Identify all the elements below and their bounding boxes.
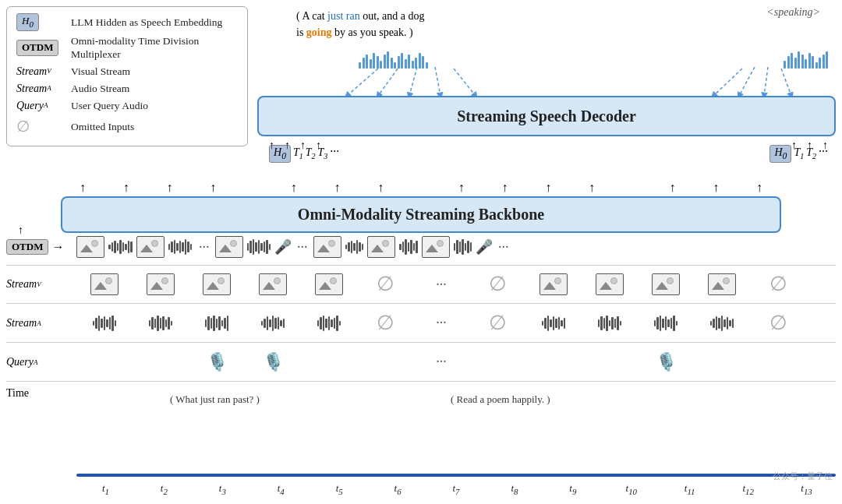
- sv-t2: [133, 273, 189, 295]
- otdm-audio-6: [454, 236, 472, 258]
- top-section: ( A cat just ran out, and a dog is going…: [257, 6, 836, 178]
- dots-left: ···: [330, 145, 339, 159]
- svg-line-2: [409, 67, 417, 96]
- sa-audio-1: [93, 312, 117, 334]
- svg-line-3: [435, 67, 440, 96]
- otdm-row: OTDM → ··· 🎤 ···: [6, 232, 836, 262]
- time-t1: t1: [76, 482, 135, 496]
- sa-t2: [133, 312, 189, 334]
- legend-label-otdm: Omni-modality Time Division Multiplexer: [71, 34, 238, 62]
- time-t4: t4: [252, 482, 310, 496]
- sv-omit-1: ∅: [377, 274, 394, 294]
- query-a-row: QueryA 🎙️ 🎙️ ···: [6, 343, 836, 382]
- otdm-dots-1: ···: [199, 239, 210, 256]
- qa-mic-1: 🎙️: [207, 352, 228, 372]
- otdm-badge-legend: OTDM: [16, 40, 58, 56]
- time-text-read: ( Read a poem happily. ): [451, 393, 550, 406]
- speaking-text: <speaking>: [766, 6, 820, 19]
- sa-t9: [525, 312, 582, 334]
- otdm-dots-3: ···: [498, 239, 509, 256]
- otdm-dots-2: ···: [297, 239, 308, 256]
- sv-t8: ∅: [469, 274, 525, 294]
- legend-label-querya: User Query Audio: [71, 99, 238, 113]
- sv-img-3: [203, 273, 231, 295]
- stream-a-row: StreamA: [6, 304, 836, 343]
- time-t5: t5: [310, 482, 369, 496]
- stream-v-cells: ∅ ··· ∅ ∅: [76, 273, 836, 295]
- sa-t5: [301, 312, 357, 334]
- blue-word1: just ran: [327, 10, 360, 22]
- qa-mic-2: 🎙️: [263, 352, 284, 372]
- time-t13: t13: [777, 482, 836, 496]
- time-t8: t8: [485, 482, 543, 496]
- qa-t4: 🎙️: [245, 352, 301, 372]
- sv-img-6: [540, 273, 568, 295]
- stream-a-label: StreamA: [6, 317, 76, 330]
- sv-img-7: [596, 273, 624, 295]
- up-arrows-right: ↑↑↑: [791, 139, 828, 152]
- stream-a-cells: ∅ ··· ∅: [76, 312, 836, 334]
- arrow-right: →: [51, 240, 64, 254]
- qa-mic-3: 🎙️: [656, 352, 677, 372]
- svg-line-0: [347, 69, 378, 96]
- legend-row-querya: QueryA User Query Audio: [16, 99, 238, 113]
- sa-t12: [694, 312, 750, 334]
- time-text-what: ( What just ran past? ): [170, 393, 260, 406]
- legend-label-omit: Omitted Inputs: [71, 120, 238, 134]
- time-t11: t11: [660, 482, 719, 496]
- sv-img-4: [259, 273, 287, 295]
- time-t6: t6: [369, 482, 427, 496]
- sa-t4: [245, 312, 301, 334]
- watermark: 公众号：量子位: [773, 471, 833, 482]
- query-a-label: QueryA: [6, 356, 76, 368]
- qa-t3: 🎙️: [189, 352, 245, 372]
- time-label: Time: [6, 387, 76, 400]
- sa-audio-3: [205, 312, 229, 334]
- svg-line-7: [764, 67, 768, 96]
- legend-row-otdm: OTDM Omni-modality Time Division Multipl…: [16, 34, 238, 62]
- sv-t5: [301, 273, 357, 295]
- backbone-box: Omni-Modality Streaming Backbone: [61, 196, 781, 233]
- sv-img-5: [315, 273, 343, 295]
- speech-decoder-box: Streaming Speech Decoder: [257, 96, 836, 136]
- h0-badge: H0: [16, 13, 39, 31]
- svg-line-6: [739, 67, 755, 96]
- orange-word: going: [306, 26, 332, 38]
- stream-v-row: StreamV ∅ ··· ∅: [6, 265, 836, 304]
- legend-row-streama: StreamA Audio Stream: [16, 82, 238, 96]
- sv-t9: [525, 273, 582, 295]
- sv-t13: ∅: [750, 274, 806, 294]
- sa-dots-icon: ···: [436, 315, 447, 331]
- otdm-up-arrow: ↑: [6, 224, 76, 237]
- otdm-audio-3: [247, 236, 271, 258]
- legend-box: H0 LLM Hidden as Speech Embedding OTDM O…: [6, 6, 248, 146]
- sv-t6: ∅: [357, 274, 413, 294]
- sv-t3: [189, 273, 245, 295]
- sa-t10: [582, 312, 638, 334]
- sa-omit-1: ∅: [377, 313, 394, 333]
- otdm-img-2: [136, 236, 165, 258]
- svg-line-4: [454, 69, 476, 96]
- legend-label-h0: LLM Hidden as Speech Embedding: [71, 16, 238, 30]
- time-axis-bar: [76, 474, 836, 477]
- sv-dots-icon: ···: [436, 277, 447, 293]
- main-container: H0 LLM Hidden as Speech Embedding OTDM O…: [0, 0, 842, 504]
- waveform-left: [359, 51, 428, 69]
- sv-img-9: [708, 273, 736, 295]
- sa-audio-2: [149, 312, 173, 334]
- time-t2: t2: [135, 482, 193, 496]
- legend-row-h0: H0 LLM Hidden as Speech Embedding: [16, 13, 238, 31]
- time-labels-row: t1 t2 t3 t4 t5 t6 t7 t8 t9 t10 t11 t12 t…: [76, 482, 836, 496]
- h0-token-right: H0: [769, 145, 791, 163]
- otdm-sequence: ··· 🎤 ··· 🎤 ···: [76, 236, 836, 258]
- svg-line-8: [781, 69, 791, 96]
- sa-dots: ···: [413, 315, 469, 331]
- sa-audio-12: [710, 312, 734, 334]
- stream-v-label: StreamV: [6, 278, 76, 291]
- otdm-badge-row: OTDM: [6, 239, 48, 255]
- sa-t1: [76, 312, 133, 334]
- sa-t3: [189, 312, 245, 334]
- sa-audio-9: [542, 312, 566, 334]
- otdm-img-6: [422, 236, 450, 258]
- waveform-right: [784, 51, 828, 69]
